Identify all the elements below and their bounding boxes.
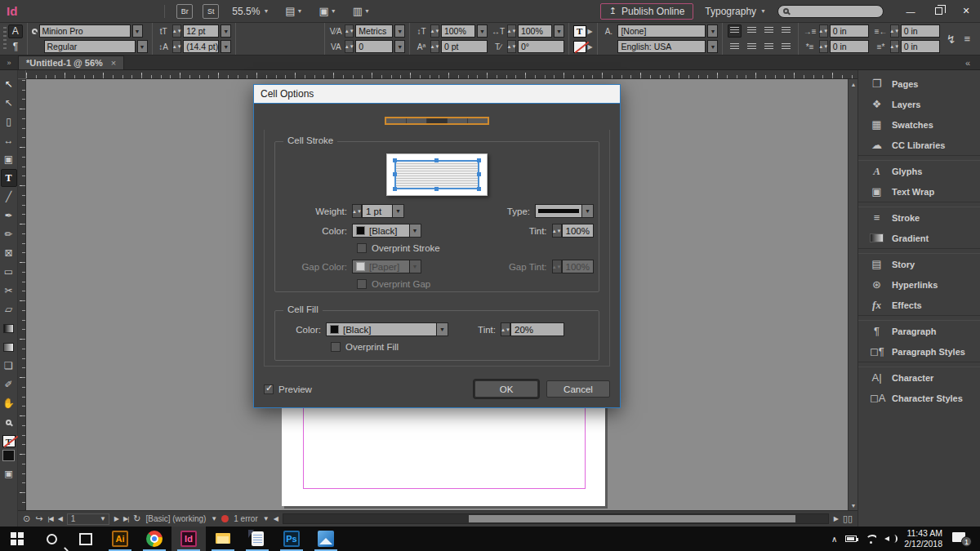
close-tab-icon[interactable]: × [111,58,116,68]
horizontal-scrollbar[interactable] [283,513,829,524]
vertical-scale-field[interactable]: 100% [441,24,475,38]
tab-rows-and-columns[interactable] [448,118,468,123]
scroll-left-icon[interactable]: ◀ [274,515,278,522]
formatting-fill-stroke-proxy[interactable]: T [2,435,16,447]
weight-field[interactable]: 1 pt [362,204,393,218]
chrome-icon[interactable] [137,527,172,551]
skew-field[interactable]: 0° [518,40,564,53]
justify-left-button[interactable] [779,24,793,38]
panel-item-pages[interactable]: ❐ Pages [858,73,980,94]
export-icon[interactable]: ↪ [35,513,42,524]
indent-right-stepper[interactable]: ▲▼ [890,24,899,38]
character-style-field[interactable]: [None] [617,24,706,38]
tools-panel-expand-icon[interactable]: » [0,59,18,69]
preview-checkbox[interactable] [264,384,274,394]
gap-tool[interactable]: ↔ [1,131,17,149]
align-left-button[interactable] [728,24,742,38]
weight-dropdown[interactable]: ▼ [393,204,404,218]
indent-left-stepper[interactable]: ▲▼ [819,24,828,38]
stroke-color-proxy[interactable] [573,41,586,53]
stroke-preview-proxy[interactable] [386,153,488,196]
stroke-color-field[interactable]: [Black] [352,224,410,238]
leading-stepper[interactable]: ▲▼ [172,40,181,53]
bridge-button[interactable]: Br [176,4,193,19]
ruler-origin[interactable] [18,70,26,79]
publish-online-button[interactable]: ↥ Publish Online [600,3,694,20]
taskbar-clock[interactable]: 11:43 AM 2/12/2018 [904,528,942,549]
font-style-field[interactable]: Regular [44,40,136,53]
fill-tint-field[interactable]: 20% [510,322,564,336]
character-style-dropdown[interactable]: ▼ [707,24,718,38]
kerning-dropdown[interactable]: ▼ [394,24,405,38]
photoshop-icon[interactable]: Ps [274,527,309,551]
first-page-button[interactable]: |◀ [47,515,52,522]
preflight-profile[interactable]: [Basic] (working) [145,514,206,523]
panel-item-layers[interactable]: ❖ Layers [858,94,980,114]
font-size-field[interactable]: 12 pt [183,24,219,38]
type-tool[interactable]: T [1,169,17,187]
photos-app-icon[interactable] [309,527,343,551]
fill-tint-stepper[interactable]: ▲▼ [501,322,510,336]
minimize-button[interactable]: — [897,0,924,23]
tint-field[interactable]: 100% [562,224,594,238]
fill-color-field[interactable]: [Black] [326,322,437,336]
vertical-ruler[interactable] [18,70,26,510]
hand-tool[interactable]: ✋ [1,394,17,412]
vertical-scrollbar[interactable]: ▲ ▼ [848,79,858,510]
tray-chevron-icon[interactable]: ∧ [831,535,837,544]
screen-mode-icon[interactable]: ▣ [4,469,12,479]
font-family-field[interactable]: Minion Pro [39,24,131,38]
last-page-button[interactable]: ▶| [123,515,128,522]
font-size-stepper[interactable]: ▲▼ [172,24,181,38]
justify-center-button[interactable] [728,41,742,54]
arrange-documents-button[interactable]: ▥ ▼ [353,5,370,17]
skew-stepper[interactable]: ▲▼ [507,40,516,53]
panel-item-gradient[interactable]: Gradient [858,228,980,248]
tracking-dropdown[interactable]: ▼ [394,40,405,53]
previous-page-button[interactable]: ◀ [58,515,62,522]
scissors-tool[interactable]: ✂ [1,282,17,300]
horizontal-scale-dropdown[interactable]: ▼ [554,24,564,38]
volume-icon[interactable] [884,534,896,544]
tab-graphic[interactable] [407,118,427,123]
line-tool[interactable]: ╱ [1,188,17,206]
page-number-field[interactable]: 1 ▼ [67,513,109,525]
indent-first-field[interactable]: 0 in [830,40,869,53]
panel-item[interactable] [858,248,980,254]
document-app-icon[interactable] [240,527,274,551]
horizontal-ruler[interactable] [26,70,858,79]
error-count[interactable]: 1 error [234,514,257,523]
tint-stepper[interactable]: ▲▼ [552,224,562,238]
start-button[interactable] [0,527,34,551]
tracking-stepper[interactable]: ▲▼ [345,40,354,53]
leading-dropdown[interactable]: ▼ [220,40,231,53]
panel-item[interactable] [858,362,980,367]
chevron-down-icon[interactable]: ▼ [263,515,269,522]
indent-left-field[interactable]: 0 in [830,24,869,38]
fill-color-proxy[interactable]: T [573,25,586,38]
scroll-right-icon[interactable]: ▶ [834,515,838,522]
tab-diagonal-lines[interactable] [468,118,488,123]
fill-flyout-icon[interactable]: ▶ [588,28,593,35]
indent-right-field[interactable]: 0 in [901,24,940,38]
panel-item-hyperlinks[interactable]: ⊛ Hyperlinks [858,274,980,295]
baseline-shift-field[interactable]: 0 pt [441,40,488,53]
pencil-tool[interactable]: ✏ [1,225,17,243]
vertical-scale-stepper[interactable]: ▲▼ [430,24,439,38]
view-options-button[interactable]: ▤ ▼ [285,5,302,17]
leading-field[interactable]: (14.4 pt) [183,40,219,53]
justify-right-button[interactable] [745,41,759,54]
indent-last-stepper[interactable]: ▲▼ [890,40,899,53]
stock-button[interactable]: St [203,4,219,19]
eyedropper-tool[interactable]: ✐ [1,375,17,393]
kerning-stepper[interactable]: ▲▼ [345,24,354,38]
battery-icon[interactable] [845,535,857,542]
zoom-tool[interactable] [1,413,17,431]
panel-item-character[interactable]: A| Character [858,367,980,388]
panel-menu-icon[interactable]: ≡ [962,33,972,45]
horizontal-scale-stepper[interactable]: ▲▼ [507,24,516,38]
file-explorer-icon[interactable] [206,527,240,551]
overprint-stroke-checkbox[interactable] [357,243,367,253]
panel-item-cc-libraries[interactable]: ☁ CC Libraries [858,135,980,155]
panel-item-character-styles[interactable]: ◻A Character Styles [858,388,980,408]
